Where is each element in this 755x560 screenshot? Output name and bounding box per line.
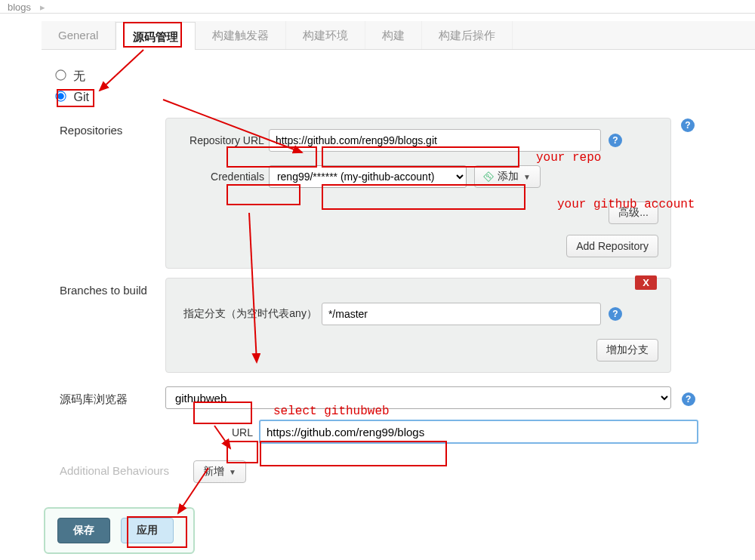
add-repository-button[interactable]: Add Repository [566,235,658,257]
key-icon: ⚿ [482,170,495,183]
tab-triggers[interactable]: 构建触发器 [196,21,286,49]
save-button[interactable]: 保存 [57,518,110,543]
repositories-label: Repositories [42,118,162,137]
tab-post[interactable]: 构建后操作 [422,21,513,49]
branch-spec-input[interactable] [322,303,601,325]
tab-env[interactable]: 构建环境 [286,21,365,49]
add-credentials-button[interactable]: ⚿ 添加 ▼ [474,165,541,188]
credentials-label: Credentials [178,171,269,183]
delete-branch-button[interactable]: X [635,275,657,290]
scm-git-radio[interactable] [55,91,66,101]
repo-url-label: Repository URL [178,134,269,146]
chevron-right-icon: ▸ [40,2,45,13]
caret-down-icon: ▼ [523,173,531,181]
browser-url-input[interactable] [259,420,698,444]
repo-browser-label: 源码库浏览器 [42,386,162,407]
action-bar: 保存 应用 [44,507,195,554]
repo-url-input[interactable] [269,129,601,152]
help-icon[interactable]: ? [681,118,695,132]
tab-build[interactable]: 构建 [365,21,422,49]
browser-url-label: URL [226,426,256,438]
tab-scm[interactable]: 源码管理 [116,22,196,50]
breadcrumb-item[interactable]: blogs [8,2,31,13]
credentials-select[interactable]: reng99/****** (my-github-account) [269,165,467,188]
help-icon[interactable]: ? [609,134,622,147]
caret-down-icon: ▼ [229,468,236,476]
scm-none-option[interactable]: 无 [52,69,85,82]
help-icon[interactable]: ? [609,307,622,321]
branches-box: X 指定分支（为空时代表any） ? 增加分支 [165,278,671,373]
add-behaviour-button[interactable]: 新增 ▼ [193,460,246,483]
repositories-box: ? Repository URL ? Credentials reng99/**… [165,118,671,269]
advanced-button[interactable]: 高级... [609,202,658,224]
scm-git-option[interactable]: Git [52,91,89,103]
tab-general[interactable]: General [42,21,116,49]
scm-none-radio[interactable] [55,69,66,80]
add-branch-button[interactable]: 增加分支 [596,339,658,362]
branches-label: Branches to build [42,278,162,297]
additional-behaviours-label: Additional Behaviours [42,464,169,477]
apply-button[interactable]: 应用 [121,518,174,543]
help-icon[interactable]: ? [682,392,695,406]
branch-spec-label: 指定分支（为空时代表any） [178,307,322,321]
repo-browser-select[interactable]: githubweb [165,386,671,409]
config-tabs: General 源码管理 构建触发器 构建环境 构建 构建后操作 [42,21,755,50]
breadcrumb: blogs ▸ [0,0,755,14]
